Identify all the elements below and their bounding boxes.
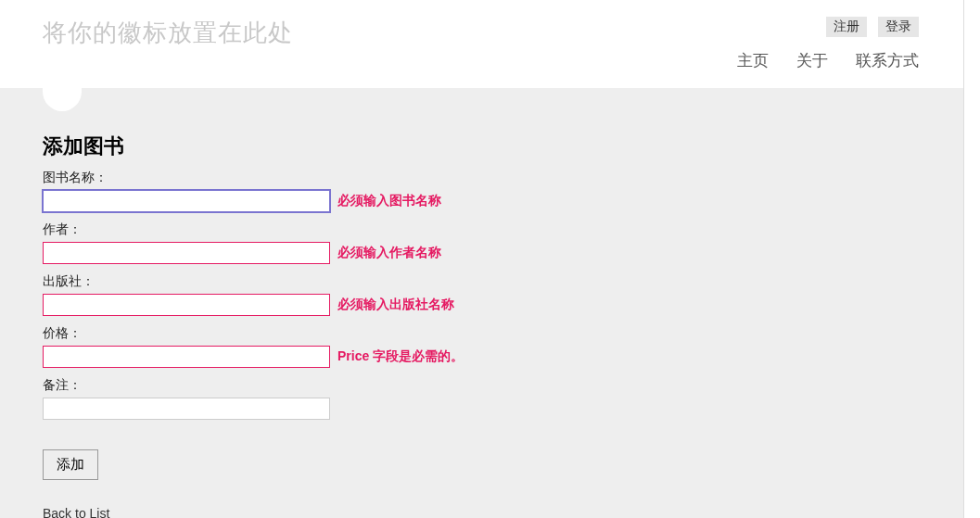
register-link[interactable]: 注册 xyxy=(826,17,867,37)
back-to-list-link[interactable]: Back to List xyxy=(43,506,109,518)
error-author: 必须输入作者名称 xyxy=(337,245,441,261)
login-link[interactable]: 登录 xyxy=(878,17,919,37)
page-title: 添加图书 xyxy=(43,133,921,160)
header-right: 注册 登录 主页 关于 联系方式 xyxy=(737,17,919,71)
field-author: 作者： 必须输入作者名称 xyxy=(43,221,921,264)
input-book-name[interactable] xyxy=(43,190,330,212)
label-publisher: 出版社： xyxy=(43,273,921,290)
field-publisher: 出版社： 必须输入出版社名称 xyxy=(43,273,921,316)
logo-bump xyxy=(43,87,82,111)
nav-home[interactable]: 主页 xyxy=(737,50,769,71)
nav-about[interactable]: 关于 xyxy=(796,50,828,71)
auth-links: 注册 登录 xyxy=(826,17,919,37)
label-remark: 备注： xyxy=(43,377,921,394)
input-remark[interactable] xyxy=(43,398,330,420)
logo-placeholder: 将你的徽标放置在此处 xyxy=(43,17,293,49)
label-price: 价格： xyxy=(43,325,921,342)
content-area: 添加图书 图书名称： 必须输入图书名称 作者： 必须输入作者名称 出版社： 必须… xyxy=(0,88,963,518)
field-price: 价格： Price 字段是必需的。 xyxy=(43,325,921,368)
label-author: 作者： xyxy=(43,221,921,238)
nav-contact[interactable]: 联系方式 xyxy=(856,50,919,71)
label-book-name: 图书名称： xyxy=(43,170,921,186)
nav-links: 主页 关于 联系方式 xyxy=(737,50,919,71)
error-price: Price 字段是必需的。 xyxy=(337,348,464,365)
input-publisher[interactable] xyxy=(43,294,330,316)
error-book-name: 必须输入图书名称 xyxy=(337,193,441,209)
field-book-name: 图书名称： 必须输入图书名称 xyxy=(43,170,921,212)
error-publisher: 必须输入出版社名称 xyxy=(337,297,454,313)
field-remark: 备注： xyxy=(43,377,921,420)
header: 将你的徽标放置在此处 注册 登录 主页 关于 联系方式 xyxy=(0,0,963,88)
input-price[interactable] xyxy=(43,346,330,368)
submit-button[interactable]: 添加 xyxy=(43,449,98,480)
input-author[interactable] xyxy=(43,242,330,264)
